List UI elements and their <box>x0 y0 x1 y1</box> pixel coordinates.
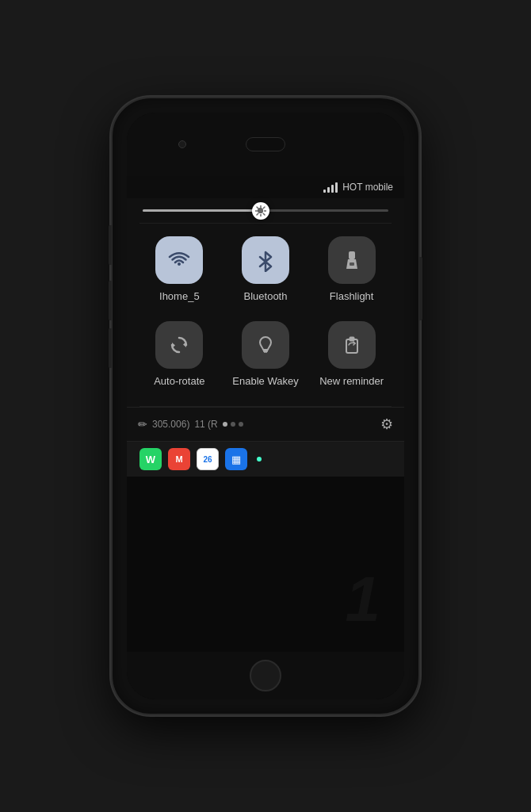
signal-icon <box>323 182 338 193</box>
earpiece-speaker <box>246 137 285 151</box>
flashlight-label: Flashlight <box>330 290 374 302</box>
svg-line-5 <box>257 207 258 209</box>
qs-tile-autorotate[interactable]: Auto-rotate <box>139 315 220 393</box>
svg-line-6 <box>263 213 265 215</box>
svg-rect-11 <box>350 262 354 266</box>
bottom-bezel <box>127 652 404 699</box>
wakey-icon-bg <box>242 321 289 369</box>
bluetooth-icon-bg <box>242 236 289 284</box>
app-gmail[interactable]: M <box>168 448 190 470</box>
home-screen-area: 1 <box>127 477 404 652</box>
wifi-icon <box>167 248 191 272</box>
wifi-label: Ihome_5 <box>159 290 200 302</box>
autorotate-label: Auto-rotate <box>154 375 204 387</box>
svg-marker-12 <box>183 342 186 347</box>
top-bezel <box>127 113 404 176</box>
bottom-text-center: 11 (R <box>194 419 217 430</box>
qs-tile-reminder[interactable]: New reminder <box>311 315 392 393</box>
svg-point-0 <box>258 209 263 213</box>
clipboard-icon <box>340 333 364 357</box>
page-dot-1 <box>223 422 227 427</box>
settings-button[interactable]: ⚙ <box>380 416 393 433</box>
reminder-label: New reminder <box>319 375 384 387</box>
edit-icon[interactable]: ✏ <box>138 418 147 431</box>
bluetooth-icon <box>254 248 277 272</box>
bottom-text-left: 305.006) <box>152 419 189 430</box>
brightness-row[interactable] <box>127 198 404 223</box>
qs-tile-wakey[interactable]: Enable Wakey <box>226 315 306 393</box>
page-dots <box>223 422 243 427</box>
wakey-label: Enable Wakey <box>232 375 298 387</box>
notification-dot <box>257 457 262 462</box>
svg-line-7 <box>263 207 265 209</box>
brightness-fill <box>143 209 261 212</box>
svg-marker-13 <box>172 343 175 348</box>
page-dot-3 <box>239 422 243 427</box>
flashlight-icon <box>340 248 364 272</box>
app-shortcuts-bar: W M 26 ▦ <box>127 441 404 477</box>
phone-screen: HOT mobile <box>127 113 404 699</box>
qs-tile-bluetooth[interactable]: Bluetooth <box>226 230 306 308</box>
app-calendar2[interactable]: ▦ <box>225 448 247 470</box>
panel-bottom-bar: ✏ 305.006) 11 (R ⚙ <box>127 407 404 441</box>
brightness-icon <box>255 205 266 216</box>
brightness-slider[interactable] <box>143 209 388 212</box>
autorotate-icon-bg <box>155 321 203 369</box>
lightbulb-icon <box>254 333 277 357</box>
app-calendar[interactable]: 26 <box>197 448 219 470</box>
svg-rect-9 <box>349 251 355 259</box>
status-bar: HOT mobile <box>127 176 404 198</box>
qs-tile-flashlight[interactable]: Flashlight <box>311 230 392 308</box>
carrier-name: HOT mobile <box>342 182 393 193</box>
svg-line-8 <box>257 213 258 215</box>
quick-settings-grid: Ihome_5 Bluetooth <box>127 224 404 406</box>
flashlight-icon-bg <box>328 236 376 284</box>
phone-device: HOT mobile <box>111 97 420 715</box>
autorotate-icon <box>167 333 191 357</box>
wifi-icon-bg <box>155 236 203 284</box>
svg-rect-16 <box>346 339 357 353</box>
home-button[interactable] <box>250 660 281 691</box>
ghost-watermark: 1 <box>346 563 381 636</box>
qs-tile-wifi[interactable]: Ihome_5 <box>139 230 220 308</box>
app-whatsapp[interactable]: W <box>139 448 162 470</box>
svg-rect-17 <box>350 337 354 341</box>
brightness-thumb[interactable] <box>252 202 269 220</box>
bottom-left-area: ✏ 305.006) 11 (R <box>138 418 374 431</box>
notification-panel: Ihome_5 Bluetooth <box>127 198 404 477</box>
bluetooth-label: Bluetooth <box>244 290 288 302</box>
front-camera <box>178 140 186 148</box>
reminder-icon-bg <box>328 321 376 369</box>
page-dot-2 <box>231 422 235 427</box>
